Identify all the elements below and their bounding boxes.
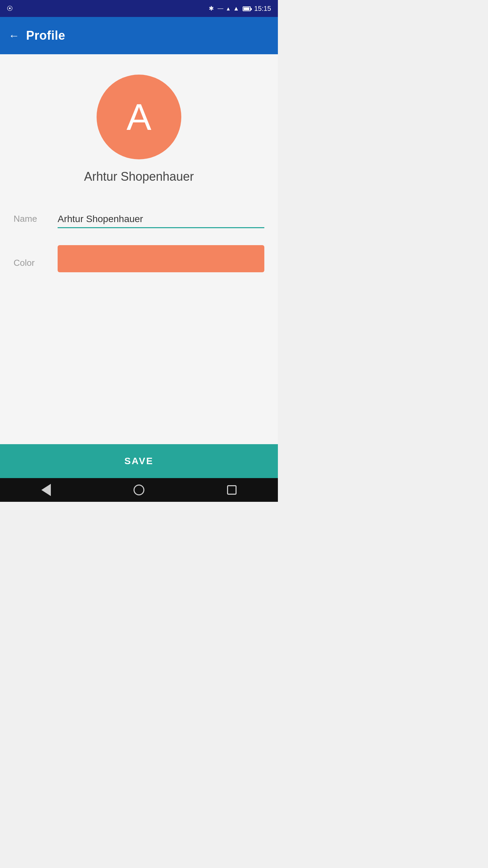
color-label: Color xyxy=(14,258,58,272)
status-bar: ⦿ ✱ ⸻ ▴ ▲ 15:15 xyxy=(0,0,278,17)
name-input[interactable] xyxy=(58,211,264,228)
vibrate-icon: ⸻ xyxy=(217,5,223,12)
form-section: Name Color xyxy=(14,208,264,286)
status-bar-left: ⦿ xyxy=(7,5,13,12)
wifi-icon: ▴ xyxy=(227,5,230,12)
avatar[interactable]: A xyxy=(97,75,181,159)
home-nav-button[interactable] xyxy=(134,485,144,495)
color-row: Color xyxy=(14,242,264,279)
main-content: A Arhtur Shopenhauer Name Color xyxy=(0,54,278,444)
avatar-initial: A xyxy=(126,98,151,136)
name-input-wrapper xyxy=(58,211,264,228)
name-row: Name xyxy=(14,208,264,235)
bluetooth-active-icon: ✱ xyxy=(209,5,214,12)
bluetooth-icon: ⦿ xyxy=(7,5,13,12)
back-nav-button[interactable] xyxy=(41,484,51,496)
app-bar: ← Profile xyxy=(0,17,278,54)
recents-nav-button[interactable] xyxy=(227,485,237,495)
back-button[interactable]: ← xyxy=(8,30,19,41)
user-name-display: Arhtur Shopenhauer xyxy=(84,170,194,184)
signal-icon: ▲ xyxy=(233,5,239,12)
battery-icon xyxy=(243,5,251,12)
save-button[interactable]: SAVE xyxy=(0,444,278,478)
nav-bar xyxy=(0,478,278,502)
save-button-label: SAVE xyxy=(124,456,154,467)
name-label: Name xyxy=(14,214,58,228)
status-time: 15:15 xyxy=(254,5,271,13)
status-bar-right: ✱ ⸻ ▴ ▲ 15:15 xyxy=(209,5,271,13)
color-swatch[interactable] xyxy=(58,245,264,272)
avatar-container: A Arhtur Shopenhauer xyxy=(84,75,194,184)
page-title: Profile xyxy=(26,28,65,43)
